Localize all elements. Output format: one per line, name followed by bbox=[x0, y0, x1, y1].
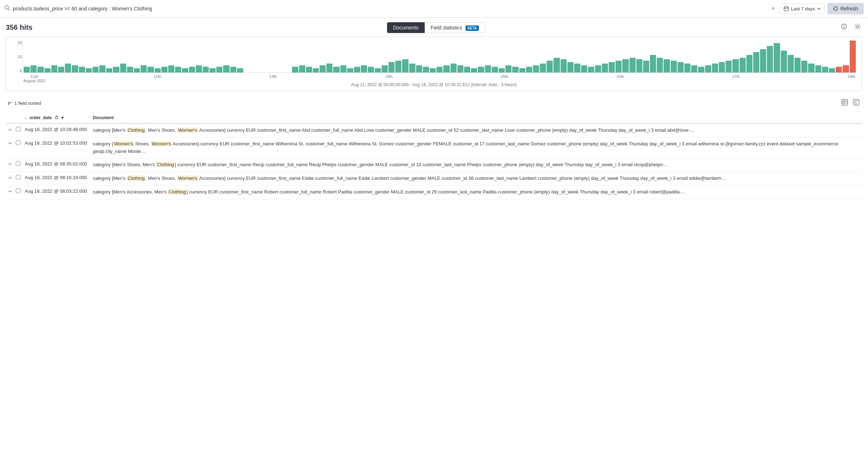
chart-bar bbox=[732, 59, 739, 73]
chart-bar bbox=[540, 64, 546, 73]
expand-row-button[interactable] bbox=[7, 175, 13, 182]
document-cell: category [Men's Shoes, Men's Clothing] c… bbox=[90, 158, 857, 172]
chart-bar bbox=[609, 62, 615, 73]
chart-bar bbox=[430, 68, 436, 73]
chart-bar bbox=[760, 49, 766, 73]
search-input[interactable] bbox=[13, 6, 766, 11]
chart-bar bbox=[182, 68, 188, 73]
row-checkbox[interactable] bbox=[16, 161, 20, 166]
chart-bar bbox=[499, 68, 505, 73]
chart-bar bbox=[423, 67, 429, 73]
chart-bar bbox=[299, 65, 305, 73]
main-content: 356 hits Documents Field statistics BETA bbox=[0, 18, 868, 204]
chart-bar bbox=[561, 59, 567, 73]
chart-bar bbox=[354, 67, 360, 73]
chart-bar bbox=[684, 64, 690, 73]
chart-bar bbox=[492, 67, 498, 73]
inspect-icon bbox=[841, 23, 847, 30]
highlighted-term: Clothing bbox=[168, 189, 187, 195]
x-label-16th: 16th bbox=[616, 74, 624, 83]
expand-row-button[interactable] bbox=[7, 161, 13, 168]
row-checkbox[interactable] bbox=[16, 175, 20, 179]
table-icon bbox=[841, 99, 848, 106]
chart-bar bbox=[306, 67, 312, 73]
expand-row-button[interactable] bbox=[7, 188, 13, 195]
row-expand-right bbox=[857, 185, 862, 199]
chart-bars bbox=[23, 41, 856, 73]
json-view-button[interactable] bbox=[852, 98, 861, 109]
chart-bar bbox=[740, 58, 746, 73]
chart-bar bbox=[58, 67, 64, 73]
chart-bar bbox=[79, 67, 85, 73]
x-label-17th: 17th bbox=[732, 74, 740, 83]
sort-row: 1 field sorted bbox=[6, 95, 862, 111]
chart-bar bbox=[567, 62, 574, 73]
chart-bar bbox=[836, 67, 842, 73]
clear-button[interactable]: × bbox=[769, 5, 777, 13]
x-label-18th: 18th bbox=[848, 74, 855, 83]
tab-field-statistics[interactable]: Field statistics BETA bbox=[425, 22, 485, 33]
chart-bar bbox=[478, 67, 484, 73]
chart-bar bbox=[113, 67, 119, 73]
chart-bar bbox=[44, 68, 51, 73]
expand-row-button[interactable] bbox=[7, 127, 13, 134]
expand-cell bbox=[6, 185, 14, 199]
chart-bar bbox=[643, 61, 649, 73]
chart-bar bbox=[86, 68, 92, 73]
row-checkbox[interactable] bbox=[16, 127, 20, 131]
x-label-15th: 15th bbox=[501, 74, 508, 83]
table-view-button[interactable] bbox=[840, 98, 849, 109]
col-header-date[interactable]: ↓ order_date ⏱ ▾ bbox=[22, 112, 90, 123]
chart-bar bbox=[168, 65, 174, 73]
chart-date-range: Aug 11, 2022 @ 00:00:00.000 - Aug 18, 20… bbox=[12, 82, 856, 87]
x-label-14th: 14th bbox=[385, 74, 392, 83]
row-expand-right bbox=[857, 172, 862, 186]
chart-bar bbox=[471, 68, 477, 73]
chart-bar bbox=[416, 65, 422, 73]
sort-icon bbox=[7, 101, 12, 106]
date-picker-button[interactable]: Last 7 days bbox=[780, 4, 825, 14]
col-header-doc: Document bbox=[90, 112, 857, 123]
expand-cell bbox=[6, 123, 14, 137]
highlighted-term: Women's bbox=[113, 141, 134, 146]
chart-bar bbox=[788, 55, 794, 73]
chart-bar bbox=[120, 64, 126, 73]
chart-bar bbox=[93, 67, 99, 73]
chart-bar bbox=[602, 64, 608, 73]
date-cell: Aug 18, 2022 @ 10:02:53.000 bbox=[22, 137, 90, 158]
row-checkbox[interactable] bbox=[16, 140, 20, 145]
chart-area[interactable]: 20 10 0 11thAugust 2022 12th 13th 14th 1… bbox=[23, 41, 856, 80]
settings-button[interactable] bbox=[853, 22, 862, 33]
clock-icon: ⏱ bbox=[55, 115, 59, 120]
top-row: 356 hits Documents Field statistics BETA bbox=[6, 22, 862, 33]
refresh-button[interactable]: Refresh bbox=[827, 3, 864, 14]
date-cell: Aug 18, 2022 @ 08:35:02.000 bbox=[22, 158, 90, 172]
highlighted-term: Women's bbox=[178, 176, 198, 181]
refresh-label: Refresh bbox=[840, 6, 858, 11]
chart-bar bbox=[72, 65, 78, 73]
chart-bar bbox=[333, 67, 339, 73]
chart-bar bbox=[746, 55, 753, 73]
highlighted-term: Clothing bbox=[127, 176, 146, 181]
table-row: Aug 18, 2022 @ 08:03:22.000category [Men… bbox=[6, 185, 862, 199]
checkbox-cell bbox=[14, 123, 22, 137]
chart-bar bbox=[850, 41, 856, 73]
inspect-button[interactable] bbox=[839, 22, 849, 33]
date-cell: Aug 18, 2022 @ 10:28:48.000 bbox=[22, 123, 90, 137]
chart-bar bbox=[223, 65, 229, 73]
chart-bar bbox=[147, 67, 154, 73]
row-expand-right bbox=[857, 158, 862, 172]
chart-bar bbox=[409, 64, 415, 73]
chart-bar bbox=[829, 68, 835, 73]
expand-row-button[interactable] bbox=[7, 140, 13, 147]
chart-bar bbox=[209, 68, 216, 73]
chart-bar bbox=[347, 68, 353, 73]
row-checkbox[interactable] bbox=[16, 188, 20, 193]
tab-documents[interactable]: Documents bbox=[387, 22, 425, 33]
chart-x-labels: 11thAugust 2022 12th 13th 14th 15th 16th… bbox=[23, 74, 856, 83]
json-icon bbox=[853, 99, 859, 106]
chart-bar bbox=[189, 67, 195, 73]
chart-bar bbox=[51, 65, 57, 73]
chart-bar bbox=[622, 59, 628, 73]
chart-bar bbox=[127, 67, 133, 73]
